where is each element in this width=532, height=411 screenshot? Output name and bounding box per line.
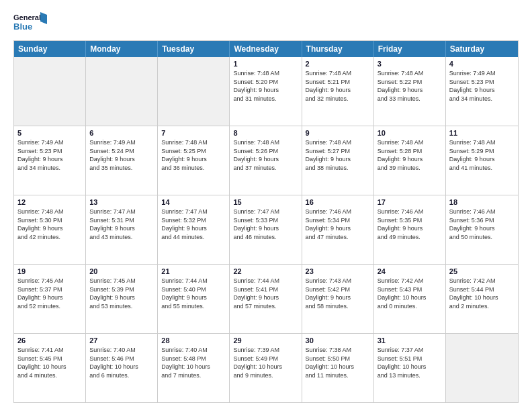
- cell-text: Sunrise: 7:44 AM Sunset: 5:40 PM Dayligh…: [161, 277, 226, 310]
- cell-text: Sunrise: 7:45 AM Sunset: 5:37 PM Dayligh…: [17, 277, 82, 310]
- calendar-cell: 29Sunrise: 7:39 AM Sunset: 5:49 PM Dayli…: [230, 334, 302, 402]
- calendar-cell: 9Sunrise: 7:48 AM Sunset: 5:27 PM Daylig…: [302, 126, 374, 195]
- cell-text: Sunrise: 7:49 AM Sunset: 5:23 PM Dayligh…: [449, 69, 515, 103]
- svg-text:Blue: Blue: [13, 21, 32, 32]
- calendar-cell: 30Sunrise: 7:38 AM Sunset: 5:50 PM Dayli…: [302, 334, 374, 402]
- calendar-header-cell: Wednesday: [230, 41, 302, 57]
- calendar-cell: 10Sunrise: 7:48 AM Sunset: 5:28 PM Dayli…: [374, 126, 446, 195]
- page: General Blue SundayMondayTuesdayWednesda…: [0, 0, 532, 411]
- day-number: 15: [233, 198, 298, 206]
- day-number: 8: [233, 129, 298, 137]
- calendar-cell: 15Sunrise: 7:47 AM Sunset: 5:33 PM Dayli…: [230, 195, 302, 264]
- cell-text: Sunrise: 7:48 AM Sunset: 5:30 PM Dayligh…: [17, 208, 82, 241]
- header: General Blue: [13, 11, 519, 35]
- calendar-cell: [446, 334, 518, 402]
- day-number: 27: [89, 336, 154, 345]
- calendar-cell: [158, 57, 230, 126]
- calendar-cell: 21Sunrise: 7:44 AM Sunset: 5:40 PM Dayli…: [158, 265, 230, 333]
- calendar-cell: 11Sunrise: 7:48 AM Sunset: 5:29 PM Dayli…: [446, 126, 518, 195]
- calendar-cell: 16Sunrise: 7:46 AM Sunset: 5:34 PM Dayli…: [302, 195, 374, 264]
- calendar-header-cell: Tuesday: [158, 41, 230, 57]
- calendar-cell: 14Sunrise: 7:47 AM Sunset: 5:32 PM Dayli…: [158, 195, 230, 264]
- calendar-cell: 6Sunrise: 7:49 AM Sunset: 5:24 PM Daylig…: [86, 126, 158, 195]
- cell-text: Sunrise: 7:46 AM Sunset: 5:36 PM Dayligh…: [449, 208, 515, 241]
- day-number: 4: [449, 60, 515, 68]
- day-number: 31: [378, 336, 442, 345]
- calendar-cell: 25Sunrise: 7:42 AM Sunset: 5:44 PM Dayli…: [446, 265, 518, 333]
- calendar-cell: 23Sunrise: 7:43 AM Sunset: 5:42 PM Dayli…: [302, 265, 374, 333]
- day-number: 24: [378, 267, 442, 275]
- calendar-cell: 26Sunrise: 7:41 AM Sunset: 5:45 PM Dayli…: [14, 334, 86, 402]
- calendar-cell: [86, 57, 158, 126]
- calendar-header: SundayMondayTuesdayWednesdayThursdayFrid…: [14, 41, 518, 57]
- calendar-row: 1Sunrise: 7:48 AM Sunset: 5:20 PM Daylig…: [14, 57, 518, 126]
- day-number: 21: [161, 267, 226, 275]
- calendar-cell: 31Sunrise: 7:37 AM Sunset: 5:51 PM Dayli…: [374, 334, 446, 402]
- calendar-cell: 19Sunrise: 7:45 AM Sunset: 5:37 PM Dayli…: [14, 265, 86, 333]
- calendar-cell: 27Sunrise: 7:40 AM Sunset: 5:46 PM Dayli…: [86, 334, 158, 402]
- cell-text: Sunrise: 7:48 AM Sunset: 5:28 PM Dayligh…: [378, 138, 442, 172]
- day-number: 12: [17, 198, 82, 206]
- cell-text: Sunrise: 7:46 AM Sunset: 5:35 PM Dayligh…: [378, 208, 442, 241]
- day-number: 30: [306, 336, 370, 345]
- cell-text: Sunrise: 7:48 AM Sunset: 5:21 PM Dayligh…: [306, 69, 370, 103]
- day-number: 16: [306, 198, 370, 206]
- cell-text: Sunrise: 7:41 AM Sunset: 5:45 PM Dayligh…: [17, 346, 82, 379]
- cell-text: Sunrise: 7:42 AM Sunset: 5:44 PM Dayligh…: [449, 277, 515, 310]
- day-number: 14: [161, 198, 226, 206]
- day-number: 23: [306, 267, 370, 275]
- logo: General Blue: [13, 11, 47, 35]
- calendar-cell: 17Sunrise: 7:46 AM Sunset: 5:35 PM Dayli…: [374, 195, 446, 264]
- day-number: 13: [89, 198, 154, 206]
- logo-svg: General Blue: [13, 11, 47, 35]
- cell-text: Sunrise: 7:42 AM Sunset: 5:43 PM Dayligh…: [378, 277, 442, 310]
- day-number: 28: [161, 336, 226, 345]
- calendar-cell: 3Sunrise: 7:48 AM Sunset: 5:22 PM Daylig…: [374, 57, 446, 126]
- calendar-cell: 5Sunrise: 7:49 AM Sunset: 5:23 PM Daylig…: [14, 126, 86, 195]
- calendar-row: 19Sunrise: 7:45 AM Sunset: 5:37 PM Dayli…: [14, 264, 518, 333]
- cell-text: Sunrise: 7:47 AM Sunset: 5:33 PM Dayligh…: [233, 208, 298, 241]
- day-number: 5: [17, 129, 82, 137]
- cell-text: Sunrise: 7:40 AM Sunset: 5:48 PM Dayligh…: [161, 346, 226, 379]
- cell-text: Sunrise: 7:43 AM Sunset: 5:42 PM Dayligh…: [306, 277, 370, 310]
- day-number: 2: [306, 60, 370, 68]
- calendar-row: 5Sunrise: 7:49 AM Sunset: 5:23 PM Daylig…: [14, 126, 518, 195]
- calendar-body: 1Sunrise: 7:48 AM Sunset: 5:20 PM Daylig…: [14, 57, 518, 402]
- calendar-cell: [14, 57, 86, 126]
- calendar-row: 12Sunrise: 7:48 AM Sunset: 5:30 PM Dayli…: [14, 195, 518, 264]
- calendar-cell: 12Sunrise: 7:48 AM Sunset: 5:30 PM Dayli…: [14, 195, 86, 264]
- day-number: 29: [233, 336, 298, 345]
- day-number: 18: [449, 198, 515, 206]
- calendar: SundayMondayTuesdayWednesdayThursdayFrid…: [13, 40, 519, 403]
- cell-text: Sunrise: 7:37 AM Sunset: 5:51 PM Dayligh…: [378, 346, 442, 379]
- calendar-header-cell: Sunday: [14, 41, 86, 57]
- cell-text: Sunrise: 7:44 AM Sunset: 5:41 PM Dayligh…: [233, 277, 298, 310]
- svg-marker-2: [40, 12, 47, 24]
- calendar-cell: 13Sunrise: 7:47 AM Sunset: 5:31 PM Dayli…: [86, 195, 158, 264]
- calendar-cell: 4Sunrise: 7:49 AM Sunset: 5:23 PM Daylig…: [446, 57, 518, 126]
- cell-text: Sunrise: 7:48 AM Sunset: 5:26 PM Dayligh…: [233, 138, 298, 172]
- day-number: 22: [233, 267, 298, 275]
- cell-text: Sunrise: 7:39 AM Sunset: 5:49 PM Dayligh…: [233, 346, 298, 379]
- day-number: 17: [378, 198, 442, 206]
- cell-text: Sunrise: 7:49 AM Sunset: 5:24 PM Dayligh…: [89, 138, 154, 172]
- calendar-header-cell: Thursday: [302, 41, 374, 57]
- day-number: 19: [17, 267, 82, 275]
- calendar-cell: 2Sunrise: 7:48 AM Sunset: 5:21 PM Daylig…: [302, 57, 374, 126]
- cell-text: Sunrise: 7:48 AM Sunset: 5:29 PM Dayligh…: [449, 138, 515, 172]
- cell-text: Sunrise: 7:46 AM Sunset: 5:34 PM Dayligh…: [306, 208, 370, 241]
- calendar-header-cell: Monday: [86, 41, 158, 57]
- calendar-cell: 1Sunrise: 7:48 AM Sunset: 5:20 PM Daylig…: [230, 57, 302, 126]
- cell-text: Sunrise: 7:48 AM Sunset: 5:22 PM Dayligh…: [378, 69, 442, 103]
- day-number: 9: [306, 129, 370, 137]
- calendar-cell: 24Sunrise: 7:42 AM Sunset: 5:43 PM Dayli…: [374, 265, 446, 333]
- cell-text: Sunrise: 7:45 AM Sunset: 5:39 PM Dayligh…: [89, 277, 154, 310]
- cell-text: Sunrise: 7:47 AM Sunset: 5:32 PM Dayligh…: [161, 208, 226, 241]
- day-number: 20: [89, 267, 154, 275]
- cell-text: Sunrise: 7:48 AM Sunset: 5:25 PM Dayligh…: [161, 138, 226, 172]
- svg-text:General: General: [13, 13, 41, 21]
- cell-text: Sunrise: 7:38 AM Sunset: 5:50 PM Dayligh…: [306, 346, 370, 379]
- day-number: 3: [378, 60, 442, 68]
- calendar-cell: 28Sunrise: 7:40 AM Sunset: 5:48 PM Dayli…: [158, 334, 230, 402]
- cell-text: Sunrise: 7:40 AM Sunset: 5:46 PM Dayligh…: [89, 346, 154, 379]
